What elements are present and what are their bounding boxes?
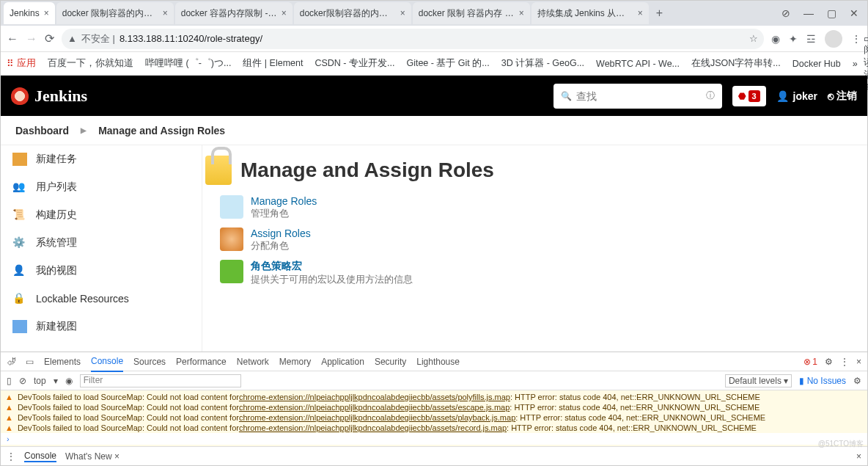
bookmark-item[interactable]: CSDN - 专业开发... <box>315 57 394 70</box>
dt-tab-console[interactable]: Console <box>91 352 123 372</box>
sidebar-item-new[interactable]: 新建任务 <box>1 145 202 173</box>
sidebar-item-newview[interactable]: 新建视图 <box>1 313 202 341</box>
bookmark-item[interactable]: Docker Hub <box>792 59 841 69</box>
option-manage-roles[interactable]: Manage Roles管理角色 <box>220 195 867 220</box>
dt-tab-lighthouse[interactable]: Lighthouse <box>416 352 460 371</box>
sidebar-icon[interactable]: ▯ <box>7 376 12 386</box>
sidebar-item-manage[interactable]: ⚙️系统管理 <box>1 229 202 257</box>
crumb-current[interactable]: Manage and Assign Roles <box>98 125 225 136</box>
overflow-icon[interactable]: » <box>853 59 858 69</box>
dt-tab-network[interactable]: Network <box>237 352 269 371</box>
browser-tab[interactable]: Jenkins× <box>4 2 55 24</box>
star-icon[interactable]: ☆ <box>749 33 758 44</box>
warning-icon: ▲ <box>5 403 13 412</box>
close-icon[interactable]: ✕ <box>850 7 858 19</box>
history-icon: 📜 <box>12 208 27 222</box>
user-link[interactable]: 👤 joker <box>776 90 817 102</box>
logout-link[interactable]: ⎋ 注销 <box>828 90 857 103</box>
myview-icon: 👤 <box>12 264 27 277</box>
list-icon[interactable]: ☲ <box>806 33 816 45</box>
close-icon[interactable]: × <box>856 357 861 367</box>
close-icon[interactable]: × <box>638 8 643 18</box>
nosign-icon[interactable]: ⊘ <box>781 7 790 19</box>
option-assign-roles[interactable]: Assign Roles分配角色 <box>220 227 867 252</box>
browser-tab[interactable]: 持续集成 Jenkins 从入门到× <box>532 2 649 24</box>
crumb-dashboard[interactable]: Dashboard <box>15 125 69 136</box>
footer-whatsnew[interactable]: What's New × <box>65 451 119 462</box>
sidebar-item-myviews[interactable]: 👤我的视图 <box>1 257 202 285</box>
search-box[interactable]: 🔍 ⓘ <box>553 84 722 109</box>
gear-icon[interactable]: ⚙ <box>825 357 833 367</box>
menu-icon[interactable]: ⋮ <box>7 451 15 462</box>
dt-tab-memory[interactable]: Memory <box>279 352 311 371</box>
extensions-icon[interactable]: ✦ <box>789 33 798 45</box>
browser-tab[interactable]: docker 限制 容器内存 使用× <box>413 2 530 24</box>
context-select[interactable]: top <box>34 376 46 386</box>
inspect-icon[interactable]: ⮰ <box>7 357 15 367</box>
sidebar-item-history[interactable]: 📜构建历史 <box>1 201 202 229</box>
reload-icon[interactable]: ⟳ <box>45 32 54 45</box>
option-role-macros[interactable]: 角色策略宏提供关于可用的宏以及使用方法的信息 <box>220 260 867 286</box>
profile-icon[interactable] <box>825 30 842 48</box>
url-text: 8.133.188.11:10240/role-strategy/ <box>119 33 262 44</box>
dt-tab-sources[interactable]: Sources <box>133 352 166 371</box>
console-prompt[interactable]: › <box>1 433 867 445</box>
console-output: ▲DevTools failed to load SourceMap: Coul… <box>1 390 867 446</box>
close-icon[interactable]: × <box>44 8 49 18</box>
user-role-icon <box>220 227 243 251</box>
eye-icon[interactable]: ◉ <box>65 376 73 386</box>
menu-icon[interactable]: ⋮ <box>840 357 849 367</box>
bookmark-item[interactable]: WebRTC API - We... <box>596 59 680 69</box>
error-counter[interactable]: ⊗ 1 <box>803 357 817 367</box>
maximize-icon[interactable]: ▢ <box>827 7 836 19</box>
browser-tab[interactable]: docker限制容器的内存使用× <box>294 2 411 24</box>
issues-link[interactable]: ▮ No Issues <box>799 376 846 386</box>
sidebar-item-lockable[interactable]: 🔒Lockable Resources <box>1 285 202 313</box>
back-icon[interactable]: ← <box>7 32 18 45</box>
user-icon: 👤 <box>776 90 789 102</box>
levels-select[interactable]: Default levels ▾ <box>725 374 792 387</box>
not-secure-icon: ▲ <box>67 33 77 44</box>
apps-icon[interactable]: ⠿ 应用 <box>7 57 36 70</box>
dt-tab-application[interactable]: Application <box>321 352 364 371</box>
bookmark-item[interactable]: 百度一下，你就知道 <box>48 57 133 70</box>
help-icon[interactable]: ⓘ <box>706 90 715 102</box>
notification-badge[interactable]: ⬣ 3 <box>732 86 766 106</box>
gear-icon[interactable]: ⚙ <box>853 376 861 386</box>
dt-tab-performance[interactable]: Performance <box>176 352 227 371</box>
minimize-icon[interactable]: — <box>803 7 814 19</box>
close-icon[interactable]: × <box>856 451 861 462</box>
browser-tab[interactable]: docker 限制容器的内存_百× <box>56 2 174 24</box>
search-input[interactable] <box>576 90 706 102</box>
close-icon[interactable]: × <box>400 8 405 18</box>
filter-input[interactable]: Filter <box>80 374 241 387</box>
close-icon[interactable]: × <box>282 8 287 18</box>
warning-icon: ▲ <box>5 393 13 401</box>
bookmark-item[interactable]: 3D 计算器 - GeoG... <box>501 57 584 70</box>
chevron-down-icon[interactable]: ▾ <box>54 376 58 386</box>
browser-tab[interactable]: docker 容器内存限制 - CSD× <box>175 2 293 24</box>
forward-icon[interactable]: → <box>26 32 37 45</box>
new-tab-button[interactable]: + <box>656 7 663 20</box>
footer-console[interactable]: Console <box>24 451 56 462</box>
close-icon[interactable]: × <box>519 8 524 18</box>
jenkins-logo[interactable]: Jenkins <box>11 87 87 106</box>
folder-icon <box>12 320 27 333</box>
extension-icon[interactable]: ◉ <box>771 33 780 45</box>
jenkins-body: 新建任务 👥用户列表 📜构建历史 ⚙️系统管理 👤我的视图 🔒Lockable … <box>1 145 867 352</box>
device-icon[interactable]: ▭ <box>26 357 34 367</box>
clear-icon[interactable]: ⊘ <box>19 376 26 386</box>
breadcrumb: Dashboard ▶ Manage and Assign Roles <box>1 116 867 145</box>
bookmark-item[interactable]: 在线JSON字符串转... <box>691 57 781 70</box>
sidebar-item-people[interactable]: 👥用户列表 <box>1 173 202 201</box>
puzzle-icon <box>220 260 243 283</box>
dt-tab-elements[interactable]: Elements <box>44 352 81 371</box>
bookmark-item[interactable]: 组件 | Element <box>243 57 303 70</box>
warning-icon: ▲ <box>5 423 13 432</box>
bookmark-item[interactable]: Gitee - 基于 Git 的... <box>406 57 489 70</box>
close-icon[interactable]: × <box>163 8 168 18</box>
bookmark-item[interactable]: 哔哩哔哩 (゜-゜)つ... <box>145 57 231 70</box>
address-bar[interactable]: ▲ 不安全 | 8.133.188.11:10240/role-strategy… <box>62 29 764 49</box>
dt-tab-security[interactable]: Security <box>375 352 406 371</box>
devtools-footer: ⋮ Console What's New × × <box>1 446 867 465</box>
